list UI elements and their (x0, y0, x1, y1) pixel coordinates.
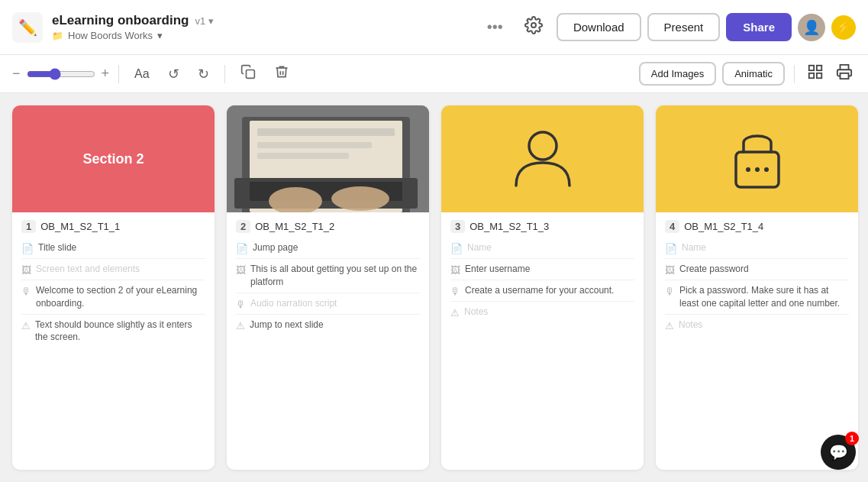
zoom-in-button[interactable]: + (102, 66, 110, 82)
present-button[interactable]: Present (647, 13, 721, 41)
delete-button[interactable] (268, 61, 295, 86)
chat-button[interactable]: 💬 1 (821, 435, 856, 470)
mic-icon: 🎙 (21, 286, 31, 297)
svg-point-21 (764, 167, 769, 172)
share-button[interactable]: Share (726, 13, 792, 41)
zoom-slider[interactable] (27, 68, 95, 80)
card-2-image (227, 105, 429, 212)
card-2-narration-row[interactable]: 🎙 Audio narration script (236, 293, 420, 315)
card-2: 2 OB_M1_S2_T1_2 📄 Jump page 🖼 This is al… (227, 105, 429, 470)
card-1-name-row: 📄 Title slide (21, 238, 205, 259)
header-title-group: eLearning onboarding v1 ▾ 📁 How Boords W… (52, 13, 470, 41)
header: ✏️ eLearning onboarding v1 ▾ 📁 How Boord… (0, 0, 868, 55)
card-4-name-placeholder[interactable]: Name (682, 241, 706, 254)
card-3-body: 3 OB_M1_S2_T1_3 📄 Name 🖼 Enter username … (441, 212, 644, 470)
card-4-narration[interactable]: Pick a password. Make sure it has at lea… (679, 284, 849, 310)
card-2-name[interactable]: Jump page (253, 241, 298, 254)
card-2-id: OB_M1_S2_T1_2 (255, 221, 334, 232)
svg-rect-16 (257, 153, 349, 159)
card-1-narration-row[interactable]: 🎙 Welcome to section 2 of your eLearning… (21, 280, 205, 315)
avatar[interactable]: 👤 (798, 14, 825, 41)
card-4-image (656, 105, 858, 212)
print-button[interactable] (833, 60, 856, 87)
card-1-notes-row[interactable]: ⚠ Text should bounce slightly as it ente… (21, 315, 205, 348)
warning-icon-2: ⚠ (236, 320, 245, 332)
card-3-screen[interactable]: Enter username (465, 263, 530, 276)
card-3-screen-row[interactable]: 🖼 Enter username (450, 259, 634, 280)
card-3-number: 3 (450, 220, 465, 233)
laptop-photo (227, 105, 429, 212)
breadcrumb[interactable]: 📁 How Boords Works ▾ (52, 30, 470, 41)
document-icon-3: 📄 (450, 243, 463, 254)
card-3-notes-placeholder[interactable]: Notes (464, 306, 488, 319)
svg-rect-14 (257, 128, 395, 136)
toolbar: − + Aa ↺ ↻ Add Images Animatic (0, 55, 868, 93)
card-2-screen-row[interactable]: 🖼 This is all about getting you set up o… (236, 259, 420, 293)
card-4-screen-row[interactable]: 🖼 Create password (665, 259, 849, 280)
separator3 (794, 65, 795, 83)
screen-icon: 🖼 (21, 264, 31, 276)
card-1-screen-placeholder[interactable]: Screen text and elements (36, 263, 140, 276)
chat-badge: 1 (845, 432, 859, 445)
card-1-notes[interactable]: Text should bounce slightly as it enters… (35, 319, 205, 345)
card-2-notes-row[interactable]: ⚠ Jump to next slide (236, 315, 420, 335)
list-view-button[interactable] (804, 60, 827, 87)
card-2-number-row: 2 OB_M1_S2_T1_2 (236, 220, 420, 233)
card-4-notes-placeholder[interactable]: Notes (679, 319, 702, 332)
version-selector[interactable]: v1 ▾ (195, 15, 214, 27)
card-1-screen-row[interactable]: 🖼 Screen text and elements (21, 259, 205, 280)
separator (118, 65, 119, 83)
svg-rect-3 (817, 66, 821, 70)
card-3-number-row: 3 OB_M1_S2_T1_3 (450, 220, 634, 233)
text-style-button[interactable]: Aa (128, 64, 156, 84)
screen-icon-4: 🖼 (665, 264, 675, 276)
card-2-narration-placeholder[interactable]: Audio narration script (250, 297, 337, 310)
chat-icon: 💬 (829, 443, 848, 461)
card-2-screen[interactable]: This is all about getting you set up on … (250, 263, 420, 289)
gear-icon (524, 16, 543, 34)
warning-icon-3: ⚠ (450, 307, 460, 319)
cards-area: Section 2 1 OB_M1_S2_T1_1 📄 Title slide … (0, 93, 868, 482)
card-2-notes[interactable]: Jump to next slide (250, 319, 324, 332)
undo-button[interactable]: ↺ (162, 63, 186, 86)
settings-button[interactable] (517, 11, 550, 43)
card-1-name[interactable]: Title slide (38, 241, 76, 254)
animatic-button[interactable]: Animatic (722, 62, 785, 86)
card-4-number-row: 4 OB_M1_S2_T1_4 (665, 220, 849, 233)
card-3-notes-row[interactable]: ⚠ Notes (450, 302, 634, 322)
card-4-narration-row[interactable]: 🎙 Pick a password. Make sure it has at l… (665, 280, 849, 315)
card-3-narration[interactable]: Create a username for your account. (465, 284, 614, 297)
lock-icon (727, 123, 788, 196)
svg-point-0 (531, 23, 536, 27)
document-icon-2: 📄 (236, 243, 248, 254)
svg-point-19 (746, 167, 750, 172)
screen-icon-3: 🖼 (450, 264, 460, 276)
redo-button[interactable]: ↻ (192, 63, 215, 86)
separator2 (224, 65, 225, 83)
card-3-narration-row[interactable]: 🎙 Create a username for your account. (450, 280, 634, 302)
card-3-name-placeholder[interactable]: Name (467, 241, 492, 254)
card-3-name-row[interactable]: 📄 Name (450, 238, 634, 259)
copy-button[interactable] (234, 61, 262, 86)
copy-icon (240, 64, 256, 79)
card-2-name-row: 📄 Jump page (236, 238, 420, 259)
person-icon (512, 125, 573, 193)
svg-rect-1 (246, 70, 254, 79)
card-4-screen[interactable]: Create password (679, 263, 749, 276)
zoom-out-button[interactable]: − (12, 66, 21, 82)
card-4-name-row[interactable]: 📄 Name (665, 238, 849, 259)
mic-icon-4: 🎙 (665, 286, 675, 297)
add-images-button[interactable]: Add Images (639, 62, 716, 86)
more-options-button[interactable]: ••• (479, 14, 511, 40)
logo-icon[interactable]: ✏️ (12, 12, 43, 43)
svg-rect-15 (257, 142, 372, 148)
header-title-row: eLearning onboarding v1 ▾ (52, 13, 470, 28)
card-1-number-row: 1 OB_M1_S2_T1_1 (21, 220, 205, 233)
header-actions: ••• Download Present Share 👤 ⚡ (479, 11, 856, 43)
svg-rect-2 (809, 66, 814, 70)
card-4-notes-row[interactable]: ⚠ Notes (665, 315, 849, 335)
print-icon (836, 63, 853, 80)
download-button[interactable]: Download (557, 13, 641, 41)
lightning-button[interactable]: ⚡ (831, 15, 856, 40)
card-1-narration[interactable]: Welcome to section 2 of your eLearning o… (36, 284, 205, 310)
